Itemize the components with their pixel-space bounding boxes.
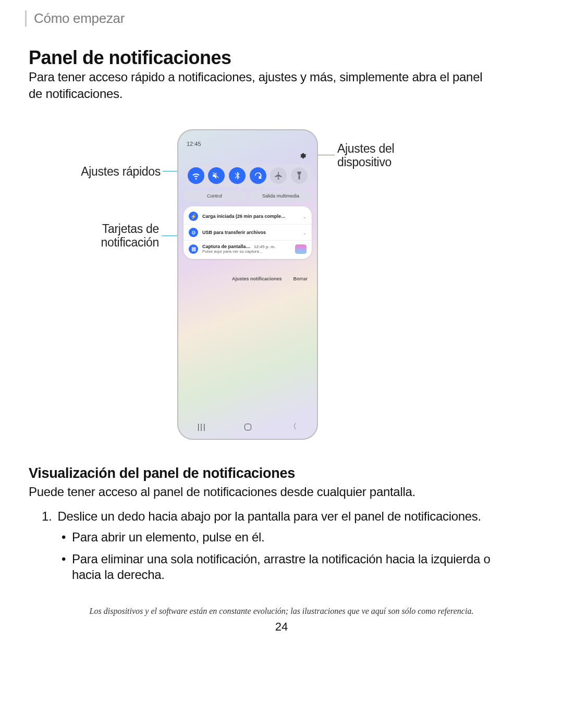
back-icon[interactable]: 〈 (289, 422, 298, 431)
bolt-icon: ⚡ (189, 212, 198, 221)
breadcrumb: Cómo empezar (25, 10, 125, 27)
callout-notification-cards: Tarjetas de notificación (70, 222, 159, 249)
image-icon: ▦ (189, 244, 198, 254)
page-number: 24 (0, 620, 563, 634)
notification-cards: ⚡ Carga iniciada (26 min para comple… ⌄ … (183, 206, 312, 259)
list-item: Para abrir un elemento, pulse en él. (62, 529, 500, 545)
page-title: Panel de notificaciones (29, 47, 231, 69)
gear-small-icon: ⚙ (189, 228, 198, 237)
phone-nav: ||| 〈 (178, 422, 317, 431)
notification-card[interactable]: ⚙ USB para transferir archivos ⌄ (183, 225, 312, 241)
callout-quick-settings: Ajustes rápidos (52, 165, 161, 178)
list-item: Para eliminar una sola notificación, arr… (62, 551, 500, 583)
wifi-icon[interactable] (188, 167, 204, 184)
gear-icon[interactable] (299, 152, 307, 159)
pill-control[interactable]: Control (183, 191, 246, 201)
rotate-icon[interactable] (250, 167, 266, 184)
disclaimer-text: Los dispositivos y el software están en … (0, 607, 563, 616)
bluetooth-icon[interactable] (229, 167, 246, 184)
clear-button[interactable]: Borrar (293, 276, 308, 281)
sub-text: Puede tener acceso al panel de notificac… (29, 485, 415, 499)
callout-device-settings: Ajustes del dispositivo (337, 142, 442, 169)
mute-icon[interactable] (208, 167, 225, 184)
screenshot-thumb (295, 244, 307, 254)
quick-settings-row (183, 164, 312, 187)
recent-apps-icon[interactable]: ||| (198, 423, 206, 431)
home-icon[interactable] (244, 424, 251, 430)
intro-text: Para tener acceso rápido a notificacione… (29, 69, 487, 102)
notification-card[interactable]: ⚡ Carga iniciada (26 min para comple… ⌄ (183, 208, 312, 225)
step-list: 1. Deslice un dedo hacia abajo por la pa… (42, 509, 500, 589)
list-item: 1. Deslice un dedo hacia abajo por la pa… (42, 509, 500, 524)
status-time: 12:45 (187, 141, 201, 147)
flashlight-icon[interactable] (291, 167, 308, 184)
airplane-icon[interactable] (270, 167, 287, 184)
figure: Ajustes rápidos Ajustes del dispositivo … (0, 129, 563, 452)
sub-heading: Visualización del panel de notificacione… (29, 465, 295, 482)
chevron-down-icon[interactable]: ⌄ (302, 214, 307, 219)
chevron-down-icon[interactable]: ⌄ (302, 230, 307, 236)
pill-media-output[interactable]: Salida multimedia (250, 191, 312, 201)
notification-settings-link[interactable]: Ajustes notificaciones (232, 276, 282, 281)
notification-card[interactable]: ▦ Captura de pantalla… 12:45 p. m. Pulse… (183, 241, 312, 257)
phone-mock: 12:45 Control S (177, 129, 318, 440)
